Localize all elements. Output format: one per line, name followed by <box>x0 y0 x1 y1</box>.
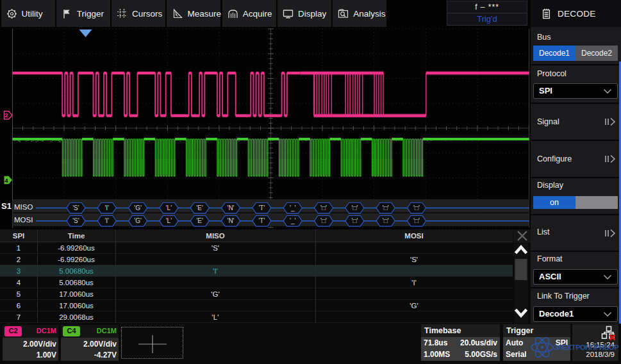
svg-text:'N': 'N' <box>227 217 234 224</box>
svg-text:MISO: MISO <box>14 203 33 211</box>
svg-text:4: 4 <box>4 177 8 184</box>
svg-text:'T': 'T' <box>258 217 265 224</box>
svg-text:'L': 'L' <box>166 204 172 211</box>
svg-text:ЭЛЕКТРОНПРИБОР: ЭЛЕКТРОНПРИБОР <box>554 343 618 351</box>
svg-text:'□': '□' <box>383 217 389 224</box>
svg-text:'E': 'E' <box>196 217 203 224</box>
svg-text:'S': 'S' <box>72 217 79 224</box>
svg-text:'□': '□' <box>383 204 389 211</box>
svg-text:'T': 'T' <box>258 204 265 211</box>
svg-text:'□': '□' <box>413 204 420 211</box>
svg-text:'□': '□' <box>320 204 327 211</box>
svg-text:'N': 'N' <box>227 204 234 211</box>
svg-text:'S': 'S' <box>72 204 79 211</box>
svg-text:'I': 'I' <box>104 217 109 224</box>
svg-text:'_': '_' <box>290 217 295 224</box>
svg-text:MOSI: MOSI <box>14 216 33 224</box>
svg-text:'□': '□' <box>351 204 358 211</box>
svg-text:2: 2 <box>4 112 8 119</box>
svg-text:'□': '□' <box>320 217 327 224</box>
svg-text:'G': 'G' <box>134 217 142 224</box>
svg-text:'E': 'E' <box>196 204 203 211</box>
svg-text:'□': '□' <box>351 217 358 224</box>
svg-text:'□': '□' <box>413 217 420 224</box>
svg-text:'L': 'L' <box>166 217 172 224</box>
svg-text:'G': 'G' <box>134 204 142 211</box>
svg-text:S1: S1 <box>1 201 12 211</box>
svg-text:'_': '_' <box>290 204 295 211</box>
svg-text:'I': 'I' <box>104 204 109 211</box>
